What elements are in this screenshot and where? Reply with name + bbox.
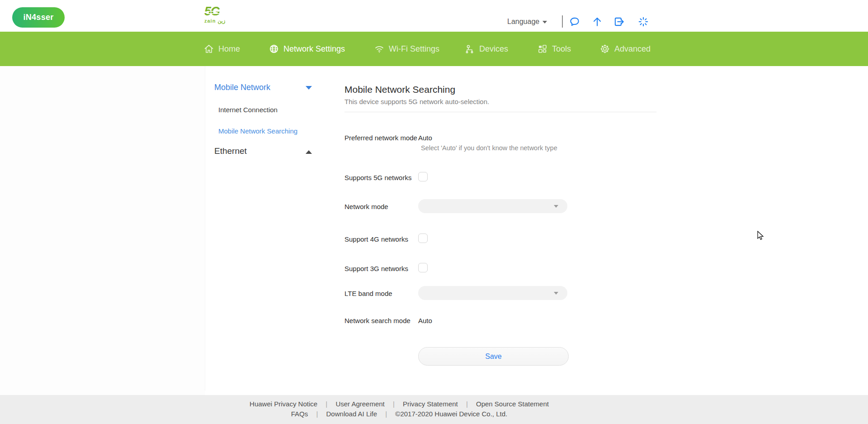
mouse-cursor	[756, 231, 766, 241]
globe-icon	[269, 43, 279, 54]
page-title: Mobile Network Searching	[344, 84, 455, 95]
chevron-down-icon	[554, 292, 558, 295]
nav-network-settings-label: Network Settings	[283, 44, 345, 54]
footer-separator: |	[393, 400, 395, 408]
copyright-text: ©2017-2020 Huawei Device Co., Ltd.	[395, 410, 507, 418]
page: iN4sser 5G zain زين Language	[0, 0, 868, 424]
divider	[344, 112, 656, 112]
logout-icon[interactable]	[613, 16, 625, 28]
header-bar: iN4sser 5G zain زين Language	[0, 0, 868, 32]
nav-home-label: Home	[218, 44, 240, 54]
nav-advanced-label: Advanced	[614, 44, 651, 54]
page-subtitle: This device supports 5G network auto-sel…	[344, 98, 489, 105]
sidebar-item-mobile-network-searching[interactable]: Mobile Network Searching	[218, 127, 297, 135]
label-supports-5g-networks: Supports 5G networks	[344, 174, 411, 181]
language-label: Language	[507, 18, 539, 25]
value-network-search-mode: Auto	[418, 317, 432, 324]
nav-advanced[interactable]: Advanced	[599, 32, 651, 66]
grid-icon	[537, 43, 548, 54]
sidebar-section-mobile-network[interactable]: Mobile Network	[214, 83, 270, 92]
nav-tools-label: Tools	[552, 44, 571, 54]
nav-home[interactable]: Home	[203, 32, 240, 66]
chat-icon[interactable]	[569, 16, 580, 28]
select-lte-band-mode[interactable]	[418, 286, 567, 300]
checkbox-support-3g-networks[interactable]	[418, 263, 428, 272]
footer-separator: |	[385, 410, 387, 418]
footer-separator: |	[466, 400, 468, 408]
footer: Huawei Privacy Notice | User Agreement |…	[0, 395, 868, 424]
logo-5g-text: 5G	[204, 5, 220, 18]
chevron-down-icon[interactable]	[306, 86, 312, 90]
label-network-mode: Network mode	[344, 203, 388, 210]
nav-devices-label: Devices	[479, 44, 508, 54]
person-icon	[464, 43, 475, 54]
select-network-mode[interactable]	[418, 199, 567, 213]
link-download-ai-life[interactable]: Download AI Life	[326, 410, 377, 418]
label-support-4g-networks: Support 4G networks	[344, 235, 408, 243]
chevron-down-icon	[554, 205, 558, 208]
wifi-icon	[374, 43, 385, 54]
chevron-down-icon	[542, 21, 547, 24]
update-icon[interactable]	[591, 16, 603, 28]
nav-tools[interactable]: Tools	[537, 32, 571, 66]
left-gutter	[0, 66, 205, 395]
footer-separator: |	[316, 410, 318, 418]
sidebar-section-ethernet[interactable]: Ethernet	[214, 146, 247, 156]
hint-preferred-network-mode: Select 'Auto' if you don't know the netw…	[421, 144, 557, 152]
checkbox-support-4g-networks[interactable]	[418, 233, 428, 243]
sidebar-item-internet-connection[interactable]: Internet Connection	[218, 106, 278, 114]
nav-devices[interactable]: Devices	[464, 32, 508, 66]
nav-network-settings[interactable]: Network Settings	[269, 32, 345, 66]
link-faqs[interactable]: FAQs	[291, 410, 308, 418]
account-button[interactable]: iN4sser	[12, 7, 65, 28]
chevron-up-icon[interactable]	[306, 150, 312, 154]
link-huawei-privacy-notice[interactable]: Huawei Privacy Notice	[250, 400, 317, 408]
label-network-search-mode: Network search mode	[344, 317, 410, 324]
brand-logo: 5G zain زين	[204, 5, 236, 24]
link-privacy-statement[interactable]: Privacy Statement	[403, 400, 458, 408]
footer-links-row1: Huawei Privacy Notice | User Agreement |…	[0, 395, 798, 408]
language-dropdown[interactable]: Language	[507, 18, 547, 26]
footer-separator: |	[326, 400, 327, 408]
sidebar: Mobile Network Internet Connection Mobil…	[205, 66, 321, 391]
label-support-3g-networks: Support 3G networks	[344, 265, 408, 272]
save-button[interactable]: Save	[418, 347, 569, 366]
nav-wifi-settings-label: Wi-Fi Settings	[389, 44, 439, 54]
loading-spinner-icon	[637, 16, 649, 28]
header-divider	[562, 15, 563, 28]
main-content: Mobile Network Searching This device sup…	[344, 66, 657, 391]
checkbox-supports-5g-networks[interactable]	[418, 172, 428, 181]
footer-links-row2: FAQs | Download AI Life | ©2017-2020 Hua…	[0, 408, 798, 418]
value-preferred-network-mode: Auto	[418, 134, 432, 142]
home-icon	[203, 43, 214, 54]
nav-wifi-settings[interactable]: Wi-Fi Settings	[374, 32, 439, 66]
link-open-source-statement[interactable]: Open Source Statement	[476, 400, 549, 408]
label-preferred-network-mode: Preferred network mode	[344, 134, 417, 142]
logo-zain-text: zain زين	[204, 18, 236, 24]
gear-icon	[599, 43, 610, 54]
label-lte-band-mode: LTE band mode	[344, 290, 392, 297]
link-user-agreement[interactable]: User Agreement	[335, 400, 384, 408]
main-nav: Home Network Settings Wi-Fi Settings Dev…	[0, 32, 868, 66]
